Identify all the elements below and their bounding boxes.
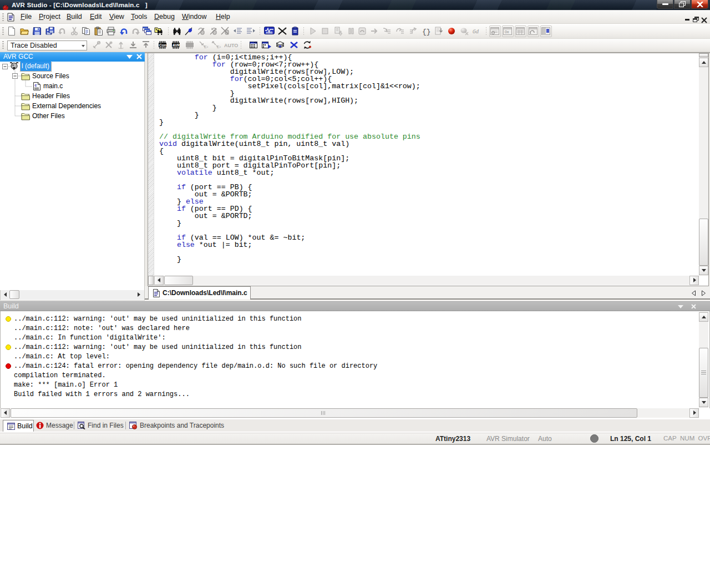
svg-text:E²: E²: [204, 45, 209, 49]
svg-text:E²: E²: [217, 45, 221, 49]
svg-text:AUTO: AUTO: [224, 43, 238, 48]
svg-text:c: c: [35, 83, 37, 87]
svg-text:0x: 0x: [505, 30, 509, 34]
svg-text:AVR: AVR: [173, 43, 180, 47]
svg-text:Con: Con: [159, 43, 166, 47]
svg-text:{}: {}: [422, 28, 430, 36]
svg-text:6d: 6d: [473, 28, 479, 34]
svg-text:AVR: AVR: [266, 31, 273, 34]
